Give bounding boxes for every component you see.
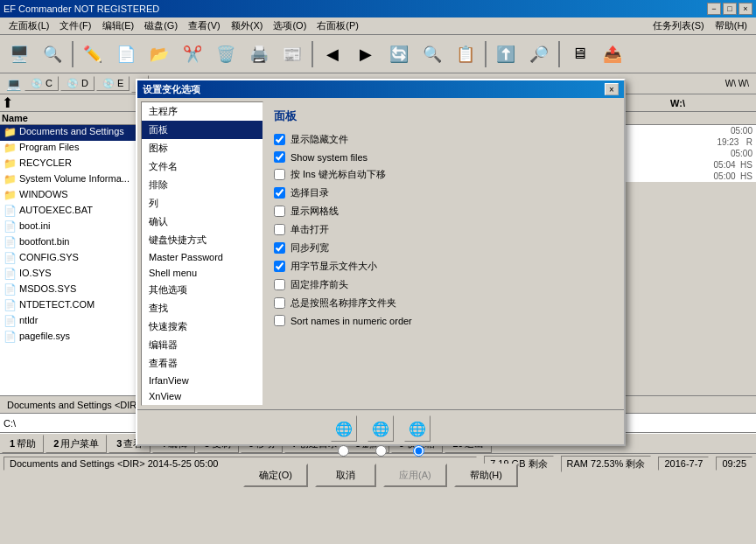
- menu-view[interactable]: 查看(V): [183, 17, 226, 34]
- menu-help[interactable]: 帮助(H): [710, 17, 752, 34]
- menu-file[interactable]: 文件(F): [54, 17, 96, 34]
- menu-options[interactable]: 选项(O): [268, 17, 312, 34]
- toolbar-btn-6[interactable]: ✂️: [177, 38, 208, 70]
- close-button[interactable]: ×: [738, 3, 752, 15]
- footer-icon-2[interactable]: 🌐: [368, 415, 394, 442]
- menu-left-panel[interactable]: 左面板(L): [4, 17, 54, 34]
- checkbox-label: 用字节显示文件大小: [290, 260, 377, 273]
- dialog-nav-item[interactable]: 浏览插件: [142, 404, 262, 406]
- dialog-nav-item[interactable]: 确认: [142, 213, 262, 231]
- toolbar-btn-filter[interactable]: 📋: [450, 38, 481, 70]
- checkbox-input[interactable]: [274, 261, 285, 272]
- toolbar-btn-back[interactable]: ◀: [317, 38, 348, 70]
- dialog-nav-item[interactable]: Shell menu: [142, 265, 262, 281]
- checkbox-input[interactable]: [274, 279, 285, 290]
- dialog-button[interactable]: 确定(O): [243, 464, 308, 487]
- toolbar-btn-refresh[interactable]: 🔄: [383, 38, 415, 70]
- drive-c[interactable]: 💿 C: [24, 76, 59, 91]
- checkbox-input[interactable]: [274, 315, 285, 326]
- footer-icon-3[interactable]: 🌐: [404, 415, 430, 442]
- dialog-button[interactable]: 取消: [315, 464, 376, 487]
- toolbar-btn-3[interactable]: ✏️: [77, 38, 108, 70]
- checkbox-input[interactable]: [274, 169, 285, 180]
- dialog-nav-item[interactable]: 列: [142, 194, 262, 213]
- footer-icon-1[interactable]: 🌐: [331, 415, 357, 442]
- checkbox-input[interactable]: [274, 297, 285, 309]
- dialog-nav-item[interactable]: 快速搜索: [142, 317, 262, 336]
- dialog-nav-item[interactable]: 排除: [142, 176, 262, 194]
- toolbar-btn-4[interactable]: 📄: [110, 38, 142, 70]
- dialog-checkboxes: 显示隐藏文件Show system files按 Ins 键光标自动下移选择目录…: [274, 133, 613, 326]
- toolbar-btn-7[interactable]: 🗑️: [210, 38, 242, 70]
- taskbar-btn-1[interactable]: 1帮助: [2, 435, 44, 453]
- checkbox-row: 单击打开: [274, 223, 613, 236]
- dialog-content: 面板 显示隐藏文件Show system files按 Ins 键光标自动下移选…: [267, 101, 620, 406]
- dialog-nav-item[interactable]: 主程序: [142, 102, 262, 121]
- dialog-close-button[interactable]: ×: [605, 83, 619, 95]
- toolbar-btn-last[interactable]: 📤: [597, 38, 628, 70]
- checkbox-input[interactable]: [274, 187, 285, 199]
- file-icon: 📄: [4, 299, 18, 313]
- maximize-button[interactable]: □: [723, 3, 737, 15]
- toolbar-sep-3: [485, 41, 486, 67]
- checkbox-input[interactable]: [274, 206, 285, 217]
- menu-bar: 左面板(L) 文件(F) 编辑(E) 磁盘(G) 查看(V) 额外(X) 选项(…: [0, 17, 756, 35]
- dialog-nav-item[interactable]: 其他选项: [142, 281, 262, 299]
- dialog-nav-item[interactable]: Master Password: [142, 249, 262, 265]
- menu-extra[interactable]: 额外(X): [226, 17, 269, 34]
- menu-tasklist[interactable]: 任务列表(S): [648, 17, 710, 34]
- toolbar-btn-8[interactable]: 🖨️: [243, 38, 275, 70]
- drive-icon: 💻: [4, 74, 23, 94]
- dialog-nav-item[interactable]: XnView: [142, 388, 262, 404]
- checkbox-label: 按 Ins 键光标自动下移: [290, 168, 386, 181]
- toolbar-btn-forward[interactable]: ▶: [350, 38, 382, 70]
- dialog-nav-item[interactable]: 查看器: [142, 354, 262, 373]
- toolbar-btn-up[interactable]: ⬆️: [490, 38, 522, 70]
- cmd-prompt[interactable]: C:\: [4, 418, 16, 429]
- checkbox-input[interactable]: [274, 134, 285, 145]
- menu-right-area: 任务列表(S) 帮助(H): [648, 17, 752, 34]
- minimize-button[interactable]: −: [707, 3, 721, 15]
- file-icon: 📄: [4, 205, 18, 219]
- dialog-body: 主程序面板图标文件名排除列确认键盘快捷方式Master PasswordShel…: [137, 98, 624, 409]
- dialog-nav-item[interactable]: 键盘快捷方式: [142, 231, 262, 249]
- dialog-nav-item[interactable]: 文件名: [142, 157, 262, 176]
- toolbar-btn-down[interactable]: 🔎: [523, 38, 555, 70]
- dialog-nav-item[interactable]: IrfanView: [142, 373, 262, 388]
- sys-date: 2016-7-7: [658, 457, 709, 471]
- window-controls: − □ ×: [707, 3, 752, 15]
- toolbar-sep-4: [558, 41, 560, 67]
- left-panel-up-icon[interactable]: ⬆: [2, 94, 13, 111]
- taskbar-btn-2[interactable]: 2用户菜单: [46, 435, 107, 453]
- checkbox-label: 选择目录: [290, 186, 329, 199]
- checkbox-input[interactable]: [274, 242, 285, 254]
- toolbar-btn-9[interactable]: 📰: [276, 38, 308, 70]
- toolbar-btn-search[interactable]: 🔍: [416, 38, 448, 70]
- dialog-nav-item[interactable]: 图标: [142, 139, 262, 157]
- drive-e[interactable]: 💿 E: [96, 76, 130, 91]
- dialog-nav-item[interactable]: 查找: [142, 299, 262, 317]
- drive-d[interactable]: 💿 D: [60, 76, 94, 91]
- sys-time: 09:25: [716, 457, 752, 471]
- dialog-button[interactable]: 帮助(H): [454, 464, 518, 487]
- menu-edit[interactable]: 编辑(E): [97, 17, 140, 34]
- checkbox-label: 同步列宽: [290, 241, 329, 255]
- toolbar-btn-5[interactable]: 📂: [144, 38, 175, 70]
- toolbar-btn-2[interactable]: 🔍: [37, 38, 68, 70]
- menu-disk[interactable]: 磁盘(G): [139, 17, 183, 34]
- radio-3[interactable]: [413, 445, 424, 457]
- toolbar-btn-1[interactable]: 🖥️: [4, 38, 35, 70]
- file-icon: 📄: [4, 252, 18, 266]
- toolbar-btn-terminal[interactable]: 🖥: [564, 38, 595, 70]
- menu-right-panel[interactable]: 右面板(P): [312, 17, 364, 34]
- checkbox-row: Sort names in numeric order: [274, 315, 613, 326]
- dialog-panel-title: 面板: [274, 108, 613, 124]
- radio-1[interactable]: [338, 445, 349, 457]
- checkbox-input[interactable]: [274, 224, 285, 235]
- right-panel-drive-label: W\ W\: [722, 79, 752, 88]
- radio-2[interactable]: [375, 445, 387, 457]
- checkbox-row: 选择目录: [274, 186, 613, 199]
- dialog-nav-item[interactable]: 编辑器: [142, 336, 262, 354]
- dialog-nav-item[interactable]: 面板: [142, 121, 262, 139]
- checkbox-input[interactable]: [274, 151, 285, 163]
